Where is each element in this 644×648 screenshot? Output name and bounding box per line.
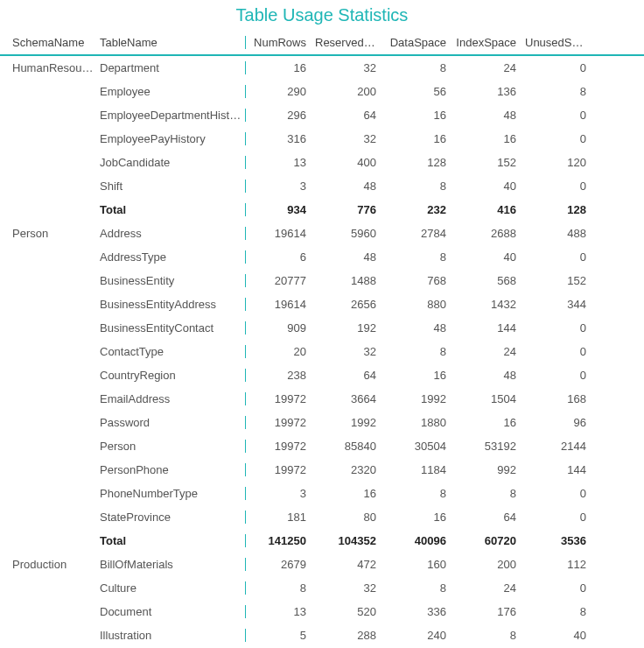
- cell-data: 2784: [385, 227, 455, 240]
- cell-data: 8: [385, 61, 455, 74]
- table-row[interactable]: Illustration5288240840: [0, 623, 644, 643]
- table-row[interactable]: PhoneNumberType316880: [0, 482, 644, 505]
- cell-index: 60720: [455, 534, 525, 547]
- cell-table: BusinessEntityContact: [96, 321, 245, 335]
- cell-index: 48: [455, 369, 525, 382]
- cell-unused: 168: [525, 392, 595, 405]
- cell-data: 16: [385, 369, 455, 382]
- table-row[interactable]: ProductionBillOfMaterials267947216020011…: [0, 553, 644, 576]
- table-row[interactable]: EmployeePayHistory3163216160: [0, 127, 644, 151]
- cell-index: 16: [455, 132, 525, 145]
- cell-data: 1880: [385, 416, 455, 429]
- cell-numrows: 3: [245, 180, 315, 193]
- cell-numrows: 20777: [245, 274, 315, 287]
- table-row[interactable]: Employee290200561368: [0, 80, 644, 103]
- cell-unused: 0: [525, 321, 595, 335]
- cell-index: 24: [455, 345, 525, 358]
- cell-unused: 152: [525, 274, 595, 287]
- table-row[interactable]: ContactType20328240: [0, 340, 644, 363]
- col-header-schema[interactable]: SchemaName: [0, 36, 96, 49]
- cell-index: 40: [455, 250, 525, 264]
- cell-numrows: 2679: [245, 558, 315, 571]
- cell-reserved: 5960: [315, 227, 385, 240]
- table-row[interactable]: CountryRegion2386416480: [0, 363, 644, 387]
- cell-numrows: 13: [245, 156, 315, 169]
- cell-reserved: 32: [315, 345, 385, 358]
- table-row[interactable]: Culture8328240: [0, 576, 644, 600]
- table-row[interactable]: Document135203361768: [0, 600, 644, 623]
- cell-reserved: 3664: [315, 392, 385, 405]
- table-row[interactable]: Shift3488400: [0, 174, 644, 198]
- cell-table: Document: [96, 605, 245, 618]
- col-header-numrows[interactable]: NumRows: [245, 36, 315, 49]
- cell-index: 200: [455, 558, 525, 571]
- cell-numrows: 141250: [245, 534, 315, 547]
- cell-index: 992: [455, 463, 525, 476]
- cell-index: 152: [455, 156, 525, 169]
- table-row[interactable]: JobCandidate13400128152120: [0, 151, 644, 174]
- cell-numrows: 20: [245, 345, 315, 358]
- cell-numrows: 290: [245, 85, 315, 98]
- table-row[interactable]: StateProvince1818016640: [0, 505, 644, 529]
- cell-index: 8: [455, 487, 525, 500]
- cell-index: 416: [455, 203, 525, 216]
- cell-numrows: 316: [245, 132, 315, 145]
- col-header-data[interactable]: DataSpace: [385, 36, 455, 49]
- cell-unused: 96: [525, 416, 595, 429]
- table-row[interactable]: HumanResourcesDepartment16328240: [0, 56, 644, 80]
- total-row[interactable]: Total934776232416128: [0, 198, 644, 222]
- cell-data: 8: [385, 345, 455, 358]
- cell-index: 48: [455, 109, 525, 122]
- cell-unused: 0: [525, 132, 595, 145]
- cell-reserved: 32: [315, 132, 385, 145]
- cell-table: Culture: [96, 581, 245, 595]
- cell-index: 1432: [455, 298, 525, 311]
- cell-reserved: 1992: [315, 416, 385, 429]
- cell-table: EmailAddress: [96, 392, 245, 405]
- cell-unused: 112: [525, 558, 595, 571]
- cell-numrows: 8: [245, 581, 315, 595]
- cell-unused: 8: [525, 85, 595, 98]
- cell-numrows: 181: [245, 511, 315, 524]
- cell-reserved: 472: [315, 558, 385, 571]
- cell-data: 30504: [385, 440, 455, 453]
- cell-reserved: 2656: [315, 298, 385, 311]
- col-header-index[interactable]: IndexSpace: [455, 36, 525, 49]
- table-row[interactable]: EmailAddress19972366419921504168: [0, 387, 644, 411]
- table-row[interactable]: Person199728584030504531922144: [0, 434, 644, 458]
- cell-data: 128: [385, 156, 455, 169]
- table-row[interactable]: AddressType6488400: [0, 245, 644, 269]
- cell-reserved: 288: [315, 629, 385, 642]
- cell-reserved: 104352: [315, 534, 385, 547]
- cell-reserved: 2320: [315, 463, 385, 476]
- total-row[interactable]: Total14125010435240096607203536: [0, 529, 644, 553]
- cell-numrows: 19972: [245, 392, 315, 405]
- cell-reserved: 64: [315, 109, 385, 122]
- cell-table: BusinessEntityAddress: [96, 298, 245, 311]
- cell-unused: 8: [525, 605, 595, 618]
- report-title: Table Usage Statistics: [0, 0, 644, 32]
- cell-schema: Person: [0, 227, 96, 240]
- table-row[interactable]: PersonAddress19614596027842688488: [0, 222, 644, 245]
- cell-table: JobCandidate: [96, 156, 245, 169]
- table-row[interactable]: PersonPhone1997223201184992144: [0, 458, 644, 482]
- table-row[interactable]: BusinessEntity207771488768568152: [0, 269, 644, 292]
- cell-index: 1504: [455, 392, 525, 405]
- table-body[interactable]: HumanResourcesDepartment16328240Employee…: [0, 56, 644, 643]
- cell-table: AddressType: [96, 250, 245, 264]
- cell-unused: 0: [525, 369, 595, 382]
- cell-data: 8: [385, 581, 455, 595]
- cell-numrows: 238: [245, 369, 315, 382]
- cell-data: 40096: [385, 534, 455, 547]
- table-row[interactable]: Password19972199218801696: [0, 411, 644, 434]
- col-header-unused[interactable]: UnusedSpace: [525, 36, 595, 49]
- cell-unused: 120: [525, 156, 595, 169]
- col-header-table[interactable]: TableName: [96, 36, 245, 49]
- table-row[interactable]: EmployeeDepartmentHistory2966416480: [0, 103, 644, 127]
- cell-table: ContactType: [96, 345, 245, 358]
- cell-reserved: 48: [315, 250, 385, 264]
- cell-reserved: 32: [315, 61, 385, 74]
- table-row[interactable]: BusinessEntityAddress1961426568801432344: [0, 292, 644, 316]
- col-header-reserved[interactable]: ReservedSpace: [315, 36, 385, 49]
- table-row[interactable]: BusinessEntityContact909192481440: [0, 316, 644, 340]
